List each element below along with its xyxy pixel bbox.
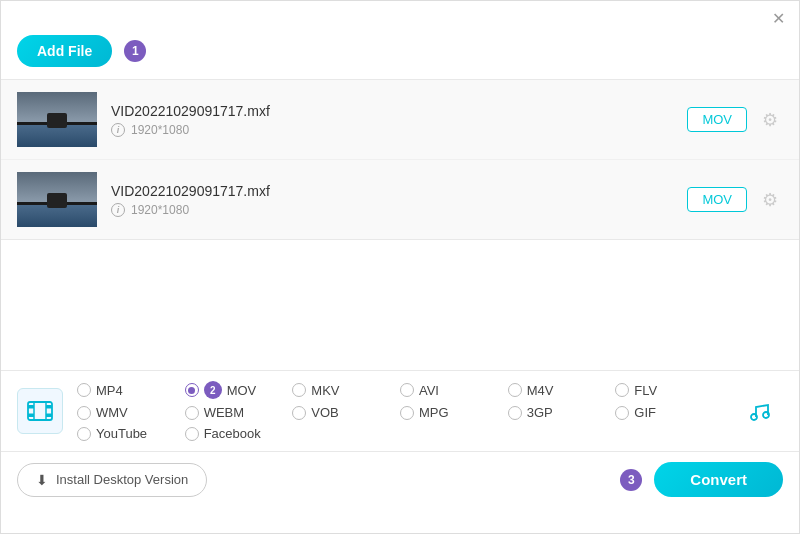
format-option-m4v[interactable]: M4V (508, 381, 616, 399)
info-icon[interactable]: i (111, 203, 125, 217)
radio-unselected (400, 406, 414, 420)
format-badge[interactable]: MOV (687, 187, 747, 212)
badge-2: 2 (204, 381, 222, 399)
radio-unselected (292, 406, 306, 420)
music-icon (746, 397, 774, 425)
format-option-mkv[interactable]: MKV (292, 381, 400, 399)
install-desktop-button[interactable]: ⬇ Install Desktop Version (17, 463, 207, 497)
info-icon[interactable]: i (111, 123, 125, 137)
radio-unselected (185, 406, 199, 420)
file-info: VID20221029091717.mxf i 1920*1080 (111, 183, 687, 217)
add-file-button[interactable]: Add File (17, 35, 112, 67)
badge-1: 1 (124, 40, 146, 62)
convert-button[interactable]: Convert (654, 462, 783, 497)
badge-3: 3 (620, 469, 642, 491)
bottom-bar: ⬇ Install Desktop Version 3 Convert (1, 452, 799, 507)
close-button[interactable]: ✕ (769, 9, 787, 27)
format-option-mov[interactable]: 2 MOV (185, 381, 293, 399)
toolbar: Add File 1 (1, 31, 799, 79)
empty-area (1, 240, 799, 370)
radio-selected (185, 383, 199, 397)
radio-unselected (77, 406, 91, 420)
file-info: VID20221029091717.mxf i 1920*1080 (111, 103, 687, 137)
radio-unselected (77, 383, 91, 397)
film-icon (26, 397, 54, 425)
install-label: Install Desktop Version (56, 472, 188, 487)
radio-unselected (292, 383, 306, 397)
svg-rect-4 (28, 414, 34, 418)
radio-unselected (615, 406, 629, 420)
format-option-webm[interactable]: WEBM (185, 405, 293, 420)
music-icon-box[interactable] (737, 388, 783, 434)
file-name: VID20221029091717.mxf (111, 103, 687, 119)
format-option-3gp[interactable]: 3GP (508, 405, 616, 420)
thumbnail (17, 172, 97, 227)
format-option-wmv[interactable]: WMV (77, 405, 185, 420)
video-format-icon-box[interactable] (17, 388, 63, 434)
file-list: VID20221029091717.mxf i 1920*1080 MOV ⚙ … (1, 80, 799, 240)
file-resolution: 1920*1080 (131, 203, 189, 217)
settings-icon[interactable]: ⚙ (757, 187, 783, 213)
file-meta: i 1920*1080 (111, 203, 687, 217)
format-option-facebook[interactable]: Facebook (185, 426, 293, 441)
radio-unselected (77, 427, 91, 441)
svg-rect-6 (46, 414, 52, 418)
radio-unselected (615, 383, 629, 397)
format-option-mpg[interactable]: MPG (400, 405, 508, 420)
file-meta: i 1920*1080 (111, 123, 687, 137)
format-option-gif[interactable]: GIF (615, 405, 723, 420)
svg-rect-5 (46, 405, 52, 409)
format-option-mp4[interactable]: MP4 (77, 381, 185, 399)
title-bar: ✕ (1, 1, 799, 31)
format-badge[interactable]: MOV (687, 107, 747, 132)
radio-unselected (508, 406, 522, 420)
file-actions: MOV ⚙ (687, 187, 783, 213)
format-option-flv[interactable]: FLV (615, 381, 723, 399)
settings-icon[interactable]: ⚙ (757, 107, 783, 133)
radio-unselected (400, 383, 414, 397)
file-resolution: 1920*1080 (131, 123, 189, 137)
radio-unselected (185, 427, 199, 441)
format-options: MP4 2 MOV MKV AVI M4V FLV WM (77, 381, 723, 441)
file-actions: MOV ⚙ (687, 107, 783, 133)
svg-rect-3 (28, 405, 34, 409)
svg-rect-0 (28, 402, 52, 420)
thumbnail (17, 92, 97, 147)
format-option-vob[interactable]: VOB (292, 405, 400, 420)
file-item: VID20221029091717.mxf i 1920*1080 MOV ⚙ (1, 80, 799, 160)
file-item: VID20221029091717.mxf i 1920*1080 MOV ⚙ (1, 160, 799, 240)
format-option-avi[interactable]: AVI (400, 381, 508, 399)
download-icon: ⬇ (36, 472, 48, 488)
format-bar: MP4 2 MOV MKV AVI M4V FLV WM (1, 370, 799, 452)
format-option-youtube[interactable]: YouTube (77, 426, 185, 441)
file-name: VID20221029091717.mxf (111, 183, 687, 199)
radio-unselected (508, 383, 522, 397)
